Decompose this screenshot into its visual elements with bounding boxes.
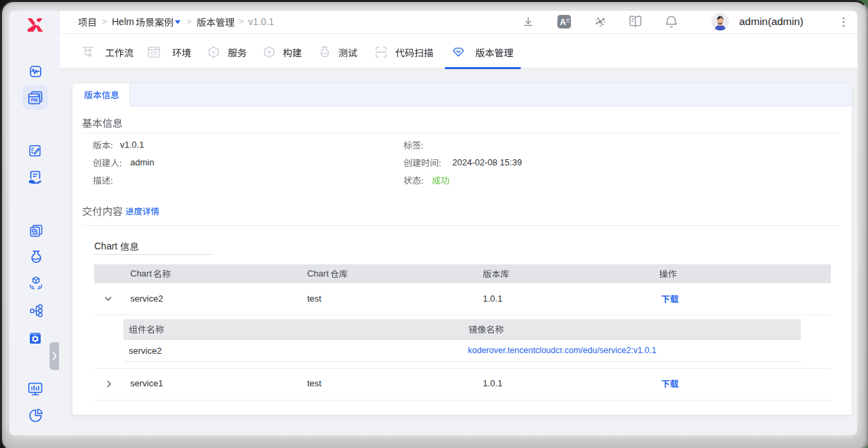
svg-text:PM: PM [31,98,37,102]
svg-text:A: A [559,18,566,27]
